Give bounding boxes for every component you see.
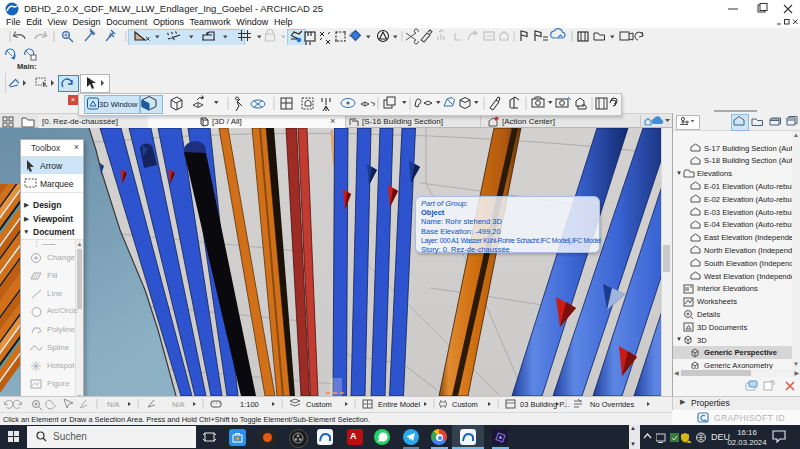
svg-text:N/A: N/A: [107, 400, 120, 409]
svg-text:1:100: 1:100: [240, 400, 259, 409]
svg-text:Entire Model: Entire Model: [378, 400, 420, 409]
svg-text:No Overrides: No Overrides: [590, 400, 634, 409]
svg-text:03 Building P...: 03 Building P...: [520, 400, 569, 409]
svg-text:Custom: Custom: [306, 400, 332, 409]
svg-text:N/A: N/A: [172, 400, 185, 409]
svg-text:Custom: Custom: [452, 400, 478, 409]
